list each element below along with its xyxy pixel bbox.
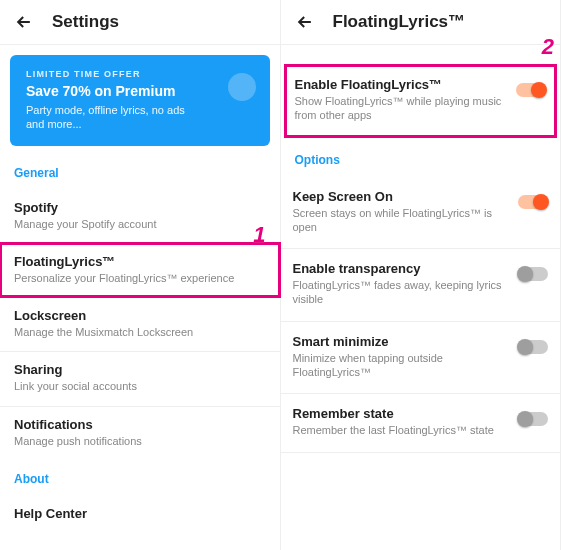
arrow-left-icon [295, 12, 315, 32]
row-subtitle: Screen stays on while FloatingLyrics™ is… [293, 206, 519, 235]
option-keep-screen-on[interactable]: Keep Screen On Screen stays on while Flo… [281, 177, 561, 250]
page-title: Settings [52, 12, 119, 32]
item-subtitle: Manage your Spotify account [14, 217, 266, 231]
toggle-knob [517, 339, 533, 355]
toggle-knob [517, 411, 533, 427]
keep-screen-on-toggle[interactable] [518, 195, 548, 209]
floatinglyrics-pane: FloatingLyrics™ 2 Enable FloatingLyrics™… [281, 0, 562, 550]
row-title: Enable transparency [293, 261, 519, 276]
page-title: FloatingLyrics™ [333, 12, 466, 32]
section-about: About [0, 466, 280, 496]
item-subtitle: Link your social accounts [14, 379, 266, 393]
remember-state-toggle[interactable] [518, 412, 548, 426]
promo-label: LIMITED TIME OFFER [26, 69, 254, 79]
item-subtitle: Manage push notifications [14, 434, 266, 448]
floatinglyrics-header: FloatingLyrics™ [281, 0, 561, 45]
settings-item-sharing[interactable]: Sharing Link your social accounts [0, 351, 280, 405]
item-title: Lockscreen [14, 308, 266, 323]
item-subtitle: Manage the Musixmatch Lockscreen [14, 325, 266, 339]
option-smart-minimize[interactable]: Smart minimize Minimize when tapping out… [281, 322, 561, 395]
row-subtitle: Minimize when tapping outside FloatingLy… [293, 351, 519, 380]
item-title: Notifications [14, 417, 266, 432]
row-subtitle: FloatingLyrics™ fades away, keeping lyri… [293, 278, 519, 307]
floatinglyrics-content: Enable FloatingLyrics™ Show FloatingLyri… [281, 45, 561, 453]
toggle-knob [531, 82, 547, 98]
item-title: Help Center [14, 506, 266, 521]
row-title: Enable FloatingLyrics™ [295, 77, 517, 92]
promo-subtitle: Party mode, offline lyrics, no ads and m… [26, 103, 206, 132]
settings-pane: Settings LIMITED TIME OFFER Save 70% on … [0, 0, 281, 550]
arrow-left-icon [14, 12, 34, 32]
enable-floatinglyrics-row[interactable]: Enable FloatingLyrics™ Show FloatingLyri… [287, 67, 555, 135]
section-general: General [0, 160, 280, 190]
row-title: Keep Screen On [293, 189, 519, 204]
settings-header: Settings [0, 0, 280, 45]
settings-item-floatinglyrics[interactable]: 1 FloatingLyrics™ Personalize your Float… [0, 243, 280, 297]
item-title: Spotify [14, 200, 266, 215]
toggle-knob [533, 194, 549, 210]
settings-item-help-center[interactable]: Help Center [0, 496, 280, 535]
enable-transparency-toggle[interactable] [518, 267, 548, 281]
smart-minimize-toggle[interactable] [518, 340, 548, 354]
settings-item-spotify[interactable]: Spotify Manage your Spotify account [0, 190, 280, 243]
promo-title: Save 70% on Premium [26, 83, 254, 99]
back-button[interactable] [12, 10, 36, 34]
back-button[interactable] [293, 10, 317, 34]
section-options: Options [281, 143, 561, 177]
row-subtitle: Remember the last FloatingLyrics™ state [293, 423, 519, 437]
item-subtitle: Personalize your FloatingLyrics™ experie… [14, 271, 266, 285]
enable-floatinglyrics-toggle[interactable] [516, 83, 546, 97]
option-enable-transparency[interactable]: Enable transparency FloatingLyrics™ fade… [281, 249, 561, 322]
settings-item-lockscreen[interactable]: Lockscreen Manage the Musixmatch Lockscr… [0, 297, 280, 351]
promo-banner[interactable]: LIMITED TIME OFFER Save 70% on Premium P… [10, 55, 270, 146]
item-title: FloatingLyrics™ [14, 254, 266, 269]
row-title: Remember state [293, 406, 519, 421]
play-icon [228, 73, 256, 101]
option-remember-state[interactable]: Remember state Remember the last Floatin… [281, 394, 561, 452]
annotation-1: 1 [253, 222, 265, 248]
toggle-knob [517, 266, 533, 282]
annotation-2: 2 [542, 34, 554, 60]
row-title: Smart minimize [293, 334, 519, 349]
settings-item-notifications[interactable]: Notifications Manage push notifications [0, 406, 280, 460]
row-subtitle: Show FloatingLyrics™ while playing music… [295, 94, 517, 123]
item-title: Sharing [14, 362, 266, 377]
